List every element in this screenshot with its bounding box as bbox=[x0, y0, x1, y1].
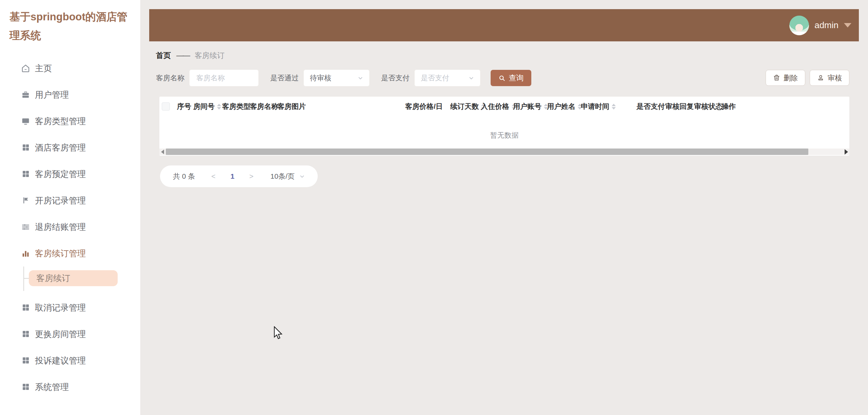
sidebar-submenu: 客房续订 bbox=[0, 266, 140, 294]
column-header: 续订天数 bbox=[450, 102, 479, 111]
room-name-input-wrap bbox=[189, 70, 259, 86]
grid-icon bbox=[21, 303, 30, 312]
chevron-down-icon bbox=[358, 75, 363, 81]
column-header: 入住价格 bbox=[481, 102, 509, 111]
sidebar-item-label: 系统管理 bbox=[35, 381, 69, 393]
bar-chart-icon bbox=[21, 249, 30, 258]
sort-caret-icon[interactable] bbox=[612, 104, 616, 110]
sidebar-item-cancel-record[interactable]: 取消记录管理 bbox=[0, 294, 140, 321]
action-buttons: 删除 审核 bbox=[766, 70, 849, 86]
hotel-admin-screen: 基于springboot的酒店管理系统 主页 用户管理 客房类型管理 bbox=[0, 0, 868, 415]
table-header-row: 序号 房间号 客房类型 客房名称 客房图片 客房价格/日 续订天数 入住价格 用… bbox=[159, 97, 849, 116]
select-all-checkbox[interactable] bbox=[162, 102, 170, 111]
column-header: 客房类型 bbox=[222, 102, 251, 111]
column-header: 操作 bbox=[722, 102, 736, 111]
sidebar-item-renewal[interactable]: 客房续订管理 bbox=[0, 240, 140, 266]
sidebar-item-room-type[interactable]: 客房类型管理 bbox=[0, 108, 140, 134]
search-button[interactable]: 查询 bbox=[491, 70, 531, 86]
app-title: 基于springboot的酒店管理系统 bbox=[9, 7, 136, 45]
scroll-left-arrow[interactable] bbox=[159, 149, 166, 155]
room-name-label: 客房名称 bbox=[156, 73, 184, 83]
sidebar-item-label: 更换房间管理 bbox=[35, 329, 86, 340]
horizontal-scrollbar bbox=[159, 149, 849, 155]
delete-button-label: 删除 bbox=[784, 73, 798, 83]
empty-state-text: 暂无数据 bbox=[159, 131, 849, 140]
scrollbar-thumb[interactable] bbox=[166, 149, 808, 155]
delete-button[interactable]: 删除 bbox=[766, 70, 805, 86]
tree-line-vertical bbox=[23, 266, 24, 291]
paid-label: 是否支付 bbox=[381, 73, 410, 83]
paid-select-placeholder: 是否支付 bbox=[421, 73, 449, 83]
grid-icon bbox=[21, 330, 30, 339]
sidebar-item-label: 客房续订管理 bbox=[35, 248, 86, 259]
approved-select[interactable]: 待审核 bbox=[303, 70, 370, 86]
sidebar-item-label: 投诉建议管理 bbox=[35, 355, 86, 366]
sidebar-item-hotel-room[interactable]: 酒店客房管理 bbox=[0, 134, 140, 161]
sidebar-item-system[interactable]: 系统管理 bbox=[0, 374, 140, 400]
sidebar-item-label: 开房记录管理 bbox=[35, 195, 86, 206]
search-button-label: 查询 bbox=[509, 73, 524, 83]
sidebar-item-label: 退房结账管理 bbox=[35, 221, 86, 233]
sidebar-item-users[interactable]: 用户管理 bbox=[0, 81, 140, 108]
grid-icon bbox=[21, 143, 30, 152]
sidebar-item-change-room[interactable]: 更换房间管理 bbox=[0, 321, 140, 347]
column-header: 用户姓名 bbox=[547, 102, 575, 111]
sidebar-item-booking[interactable]: 客房预定管理 bbox=[0, 161, 140, 187]
grid-icon bbox=[21, 170, 30, 179]
column-header: 用户账号 bbox=[513, 102, 541, 111]
filter-bar: 客房名称 是否通过 待审核 是否支付 是否支付 查询 bbox=[156, 70, 531, 86]
column-header: 申请时间 bbox=[581, 102, 609, 111]
breadcrumb-home[interactable]: 首页 bbox=[156, 51, 171, 61]
chevron-down-icon[interactable] bbox=[844, 23, 851, 27]
sidebar-item-label: 客房预定管理 bbox=[35, 169, 86, 180]
column-header: 客房价格/日 bbox=[405, 102, 443, 111]
page-size-value: 10条/页 bbox=[271, 172, 295, 181]
sidebar-item-label: 酒店客房管理 bbox=[35, 142, 86, 153]
mouse-cursor bbox=[273, 326, 283, 340]
pagination-next-button[interactable]: > bbox=[249, 172, 253, 180]
chevron-down-icon bbox=[469, 75, 474, 81]
pagination-page-1[interactable]: 1 bbox=[231, 172, 235, 180]
sort-caret-icon[interactable] bbox=[217, 104, 221, 110]
paid-select[interactable]: 是否支付 bbox=[414, 70, 480, 86]
room-name-input[interactable] bbox=[196, 74, 252, 82]
sidebar-item-complaint[interactable]: 投诉建议管理 bbox=[0, 347, 140, 374]
table-card: 序号 房间号 客房类型 客房名称 客房图片 客房价格/日 续订天数 入住价格 用… bbox=[159, 97, 849, 156]
search-icon bbox=[498, 75, 506, 82]
grid-icon bbox=[21, 382, 30, 392]
avatar[interactable] bbox=[789, 16, 809, 35]
username[interactable]: admin bbox=[814, 20, 839, 31]
audit-button-label: 审核 bbox=[828, 73, 842, 83]
grid-icon bbox=[21, 356, 30, 365]
breadcrumb: 首页 —— 客房续订 bbox=[156, 50, 224, 61]
monitor-icon bbox=[21, 117, 30, 126]
breadcrumb-separator: —— bbox=[176, 51, 189, 60]
sidebar-subitem-label: 客房续订 bbox=[36, 273, 70, 284]
approved-select-value: 待审核 bbox=[310, 73, 331, 83]
page-size-select[interactable]: 10条/页 bbox=[271, 172, 305, 181]
column-header: 房间号 bbox=[193, 102, 215, 111]
sidebar-item-home[interactable]: 主页 bbox=[0, 55, 140, 81]
sidebar-item-checkout-billing[interactable]: 退房结账管理 bbox=[0, 214, 140, 240]
sidebar-item-checkin-record[interactable]: 开房记录管理 bbox=[0, 187, 140, 214]
sidebar-item-label: 主页 bbox=[35, 63, 52, 74]
flag-icon bbox=[21, 196, 30, 205]
pagination-prev-button[interactable]: < bbox=[211, 172, 215, 180]
audit-button[interactable]: 审核 bbox=[810, 70, 849, 86]
scroll-right-arrow[interactable] bbox=[843, 149, 849, 155]
home-icon bbox=[21, 64, 30, 73]
trash-icon bbox=[773, 74, 780, 81]
chevron-down-icon bbox=[299, 174, 305, 179]
sidebar-item-label: 取消记录管理 bbox=[35, 302, 86, 313]
column-header: 是否支付 bbox=[636, 102, 665, 111]
column-header: 序号 bbox=[177, 102, 191, 111]
sidebar-item-label: 用户管理 bbox=[35, 89, 69, 100]
column-header: 审核回复 bbox=[665, 102, 694, 111]
topbar: admin bbox=[149, 9, 859, 41]
sidebar-nav: 主页 用户管理 客房类型管理 酒店客房管理 bbox=[0, 55, 140, 400]
pagination: 共 0 条 < 1 > 10条/页 bbox=[160, 165, 318, 187]
column-header: 客房名称 bbox=[250, 102, 278, 111]
sidebar-subitem-renewal[interactable]: 客房续订 bbox=[29, 270, 118, 286]
column-header: 客房图片 bbox=[277, 102, 306, 111]
breadcrumb-current: 客房续订 bbox=[195, 51, 224, 61]
